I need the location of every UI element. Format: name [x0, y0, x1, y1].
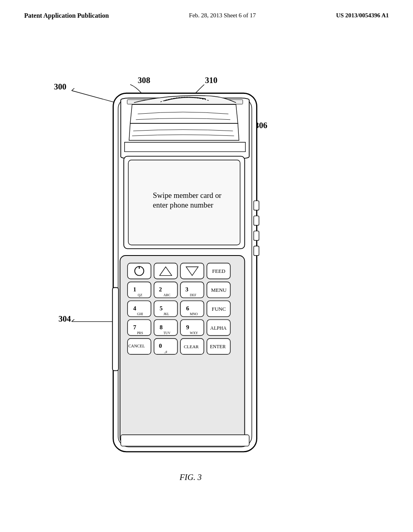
alpha-button-label[interactable]: ALPHA [210, 325, 227, 331]
header-center: Feb. 28, 2013 Sheet 6 of 17 [189, 12, 256, 19]
key-8[interactable]: 8 [160, 324, 163, 330]
key-1[interactable]: 1 [133, 286, 136, 293]
key-9-sub: WXY [190, 331, 198, 335]
key-7[interactable]: 7 [133, 324, 136, 330]
menu-button-label[interactable]: MENU [211, 287, 227, 293]
ref-300: 300 [54, 82, 67, 91]
svg-rect-7 [254, 231, 259, 240]
cancel-button-label[interactable]: CANCEL [128, 344, 145, 348]
key-2[interactable]: 2 [159, 286, 162, 293]
figure-label: FIG. 3 [179, 473, 202, 482]
key-0-sub: .,# [164, 350, 167, 354]
svg-rect-9 [113, 288, 119, 371]
svg-rect-15 [127, 263, 151, 279]
patent-drawing: 300 308 310 306 302 304 [0, 23, 413, 499]
key-1-sub: QZ [138, 293, 142, 297]
key-5[interactable]: 5 [160, 305, 163, 312]
svg-rect-39 [121, 435, 249, 446]
key-0[interactable]: 0 [159, 343, 162, 349]
screen-text-line2: enter phone number [153, 201, 213, 209]
key-8-sub: TUV [163, 331, 170, 335]
key-3[interactable]: 3 [186, 286, 188, 293]
key-2-sub: ABC [163, 293, 171, 297]
svg-rect-20 [180, 263, 204, 279]
key-4-sub: GHI [137, 312, 143, 316]
key-9[interactable]: 9 [186, 324, 189, 330]
svg-rect-6 [254, 216, 259, 225]
key-6[interactable]: 6 [186, 305, 189, 312]
header-left: Patent Application Publication [24, 12, 109, 19]
svg-rect-18 [154, 263, 177, 279]
ref-304: 304 [58, 314, 71, 323]
svg-rect-8 [254, 246, 259, 256]
screen-text-line1: Swipe member card or [153, 191, 222, 200]
key-6-sub: MNO [190, 312, 198, 316]
feed-button-label[interactable]: FEED [212, 268, 225, 274]
patent-header: Patent Application Publication Feb. 28, … [0, 0, 413, 23]
func-button-label[interactable]: FUNC [212, 306, 226, 312]
key-3-sub: DEF [190, 293, 196, 297]
enter-button-label[interactable]: ENTER [210, 344, 226, 349]
key-7-sub: PRS [137, 331, 143, 335]
ref-310: 310 [205, 76, 217, 85]
ref-308: 308 [138, 76, 150, 85]
drawing-area: 300 308 310 306 302 304 [0, 23, 413, 499]
key-4[interactable]: 4 [133, 305, 136, 312]
clear-button-label[interactable]: CLEAR [184, 344, 199, 349]
svg-rect-5 [254, 201, 259, 210]
key-5-sub: JKL [163, 312, 169, 316]
header-right: US 2013/0054396 A1 [336, 12, 389, 19]
